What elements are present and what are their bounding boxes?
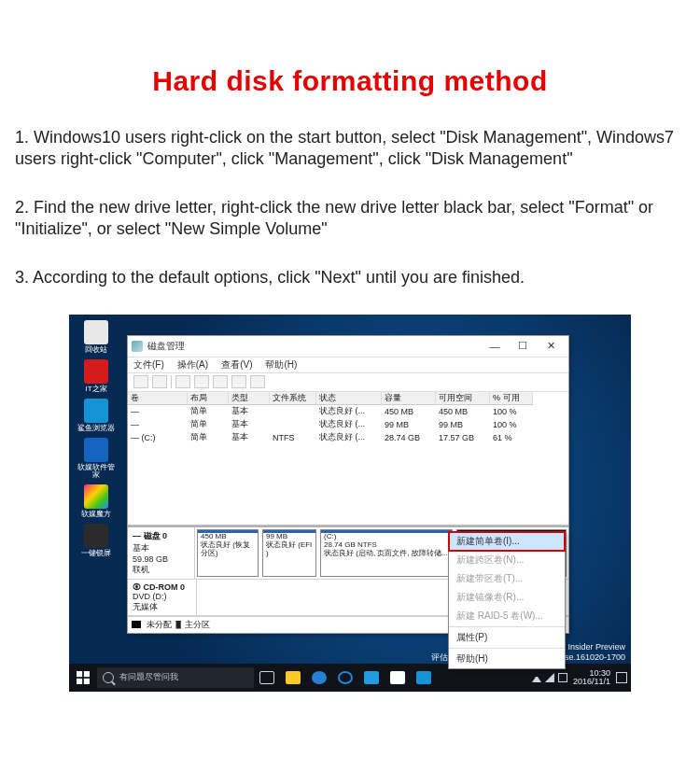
volume-row[interactable]: —简单基本状态良好 (...99 MB99 MB100 % — [128, 418, 568, 431]
desktop-app-icon — [84, 524, 108, 548]
toolbar-button[interactable] — [133, 375, 148, 388]
legend-swatch-unalloc — [132, 621, 141, 628]
volume-cell: NTFS — [270, 433, 316, 442]
start-button[interactable] — [69, 664, 97, 692]
window-toolbar — [128, 373, 568, 392]
volume-list-rows: —简单基本状态良好 (...450 MB450 MB100 %—简单基本状态良好… — [128, 405, 568, 444]
disk0-label: — 磁盘 0 基本 59.98 GB 联机 — [128, 527, 195, 579]
context-menu-item: 新建 RAID-5 卷(W)... — [449, 607, 565, 625]
toolbar-button[interactable] — [194, 375, 209, 388]
toolbar-button[interactable] — [250, 375, 265, 388]
volume-column-header[interactable]: % 可用 — [490, 392, 533, 405]
volume-row[interactable]: —简单基本状态良好 (...450 MB450 MB100 % — [128, 405, 568, 418]
taskbar-app-icon[interactable] — [411, 665, 437, 691]
window-maximize-button[interactable]: ☐ — [509, 337, 537, 356]
partition[interactable]: (C:)28.74 GB NTFS状态良好 (启动, 页面文件, 故障转储... — [320, 529, 453, 577]
context-menu-item[interactable]: 帮助(H) — [449, 650, 565, 668]
desktop-icon[interactable]: 鲨鱼浏览器 — [75, 399, 118, 432]
volume-column-header[interactable]: 布局 — [188, 392, 229, 405]
volume-column-header[interactable]: 容量 — [382, 392, 436, 405]
desktop-icon[interactable]: 回收站 — [75, 320, 118, 354]
step-3: 3. According to the default options, cli… — [15, 267, 685, 288]
svg-rect-3 — [84, 679, 90, 684]
volume-cell: 99 MB — [382, 420, 436, 429]
volume-column-header[interactable]: 文件系统 — [270, 392, 316, 405]
context-menu-item: 新建带区卷(T)... — [449, 569, 565, 588]
taskbar-clock[interactable]: 10:30 2016/11/1 — [573, 669, 610, 687]
action-center-icon[interactable] — [616, 672, 627, 683]
partition[interactable]: 99 MB状态良好 (EFI ) — [262, 529, 316, 577]
cdrom-label: ⦿ CD-ROM 0 DVD (D:) 无媒体 — [128, 580, 197, 615]
toolbar-button[interactable] — [231, 375, 246, 388]
volume-column-header[interactable]: 卷 — [128, 392, 188, 405]
menu-item[interactable]: 查看(V) — [221, 358, 252, 371]
network-icon[interactable] — [545, 673, 554, 682]
taskbar-app-icon[interactable] — [306, 665, 332, 691]
window-minimize-button[interactable]: — — [481, 337, 509, 356]
desktop-icon[interactable]: 软媒魔方 — [75, 484, 118, 518]
window-titlebar[interactable]: 磁盘管理 — ☐ ✕ — [128, 336, 568, 357]
volume-cell: 基本 — [229, 405, 270, 417]
volume-cell: 99 MB — [436, 420, 490, 429]
volume-column-header[interactable]: 类型 — [229, 392, 270, 405]
system-tray: 10:30 2016/11/1 — [532, 669, 631, 687]
desktop-icon-label: 回收站 — [85, 346, 107, 354]
page-title: Hard disk formatting method — [15, 65, 685, 97]
desktop-icon[interactable]: 软媒软件管家 — [75, 438, 118, 479]
context-menu-separator — [449, 648, 565, 649]
volume-cell: 基本 — [229, 431, 270, 443]
volume-cell: 100 % — [490, 407, 533, 416]
volume-cell: 100 % — [490, 420, 533, 429]
volume-list-blank — [128, 444, 568, 525]
taskbar-app-icon[interactable] — [280, 665, 306, 691]
context-menu-item[interactable]: 属性(P) — [449, 628, 565, 647]
context-menu: 新建简单卷(I)...新建跨区卷(N)...新建带区卷(T)...新建镜像卷(R… — [448, 531, 566, 669]
desktop-app-icon — [84, 438, 108, 462]
toolbar-separator — [171, 375, 172, 388]
tray-icons[interactable] — [532, 673, 567, 682]
volume-icon[interactable] — [558, 673, 567, 682]
svg-rect-1 — [84, 671, 90, 677]
desktop-icon[interactable]: 一键锁屏 — [75, 524, 118, 557]
search-icon — [103, 672, 114, 683]
volume-cell: 17.57 GB — [436, 433, 490, 442]
menu-item[interactable]: 文件(F) — [133, 358, 164, 371]
context-menu-item: 新建镜像卷(R)... — [449, 588, 565, 607]
volume-cell: 28.74 GB — [382, 433, 436, 442]
desktop-icon-label: 软媒软件管家 — [75, 464, 118, 479]
context-menu-item: 新建跨区卷(N)... — [449, 551, 565, 569]
window-menubar: 文件(F)操作(A)查看(V)帮助(H) — [128, 357, 568, 373]
desktop-icon-label: IT之家 — [85, 386, 106, 393]
step-1: 1. Windows10 users right-click on the st… — [15, 127, 685, 171]
desktop-app-icon — [84, 399, 108, 423]
task-view-icon[interactable] — [254, 665, 280, 691]
desktop-icons-column: 回收站IT之家鲨鱼浏览器软媒软件管家软媒魔方一键锁屏 — [75, 320, 118, 557]
context-menu-separator — [449, 626, 565, 627]
taskbar-search[interactable]: 有问题尽管问我 — [97, 667, 254, 688]
step-2: 2. Find the new drive letter, right-clic… — [15, 197, 685, 241]
volume-list-header: 卷布局类型文件系统状态容量可用空间% 可用 — [128, 392, 568, 405]
menu-item[interactable]: 操作(A) — [177, 358, 208, 371]
toolbar-button[interactable] — [152, 375, 167, 388]
screenshot-panel: 回收站IT之家鲨鱼浏览器软媒软件管家软媒魔方一键锁屏 磁盘管理 — ☐ ✕ 文件… — [69, 315, 631, 692]
volume-list-pane: 卷布局类型文件系统状态容量可用空间% 可用 —简单基本状态良好 (...450 … — [128, 392, 568, 526]
volume-row[interactable]: — (C:)简单基本NTFS状态良好 (...28.74 GB17.57 GB6… — [128, 431, 568, 444]
partition[interactable]: 450 MB状态良好 (恢复分区) — [197, 529, 259, 577]
toolbar-button[interactable] — [213, 375, 228, 388]
window-close-button[interactable]: ✕ — [537, 337, 565, 356]
desktop-icon[interactable]: IT之家 — [75, 359, 118, 393]
volume-cell: 简单 — [188, 418, 229, 430]
volume-column-header[interactable]: 可用空间 — [436, 392, 490, 405]
volume-cell: 基本 — [229, 418, 270, 430]
context-menu-item[interactable]: 新建简单卷(I)... — [449, 532, 565, 551]
desktop-icon-label: 软媒魔方 — [81, 511, 111, 518]
tray-up-icon[interactable] — [532, 673, 541, 682]
menu-item[interactable]: 帮助(H) — [265, 358, 297, 371]
taskbar-app-icon[interactable] — [385, 665, 411, 691]
desktop-app-icon — [84, 484, 108, 509]
volume-column-header[interactable]: 状态 — [316, 392, 382, 405]
toolbar-button[interactable] — [175, 375, 190, 388]
edge-icon[interactable] — [332, 665, 358, 691]
volume-cell: 简单 — [188, 405, 229, 417]
store-icon[interactable] — [358, 665, 385, 691]
